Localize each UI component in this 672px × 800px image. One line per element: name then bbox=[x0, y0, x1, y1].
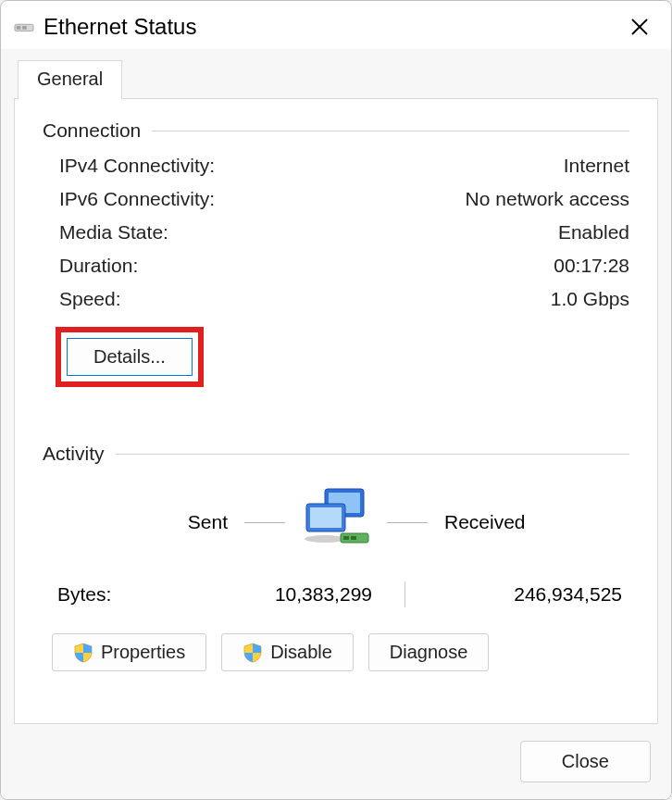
ipv4-label: IPv4 Connectivity: bbox=[59, 155, 215, 177]
svg-rect-12 bbox=[351, 536, 356, 540]
tab-content-general: Connection IPv4 Connectivity: Internet I… bbox=[14, 98, 658, 724]
activity-header: Activity bbox=[43, 443, 629, 465]
media-value: Enabled bbox=[558, 221, 629, 244]
duration-row: Duration: 00:17:28 bbox=[59, 255, 629, 277]
details-highlight: Details... bbox=[56, 327, 204, 387]
properties-label: Properties bbox=[101, 642, 185, 663]
ipv4-row: IPv4 Connectivity: Internet bbox=[59, 155, 629, 177]
svg-rect-1 bbox=[17, 26, 21, 30]
window-close-button[interactable] bbox=[621, 10, 658, 44]
dash bbox=[387, 522, 428, 523]
activity-title: Activity bbox=[43, 443, 105, 465]
window-title: Ethernet Status bbox=[44, 14, 612, 40]
shield-icon bbox=[73, 643, 93, 663]
properties-button[interactable]: Properties bbox=[52, 633, 206, 671]
svg-rect-2 bbox=[22, 26, 27, 30]
speed-label: Speed: bbox=[59, 288, 121, 310]
duration-label: Duration: bbox=[59, 255, 138, 277]
ipv4-value: Internet bbox=[564, 155, 629, 177]
details-button[interactable]: Details... bbox=[67, 338, 193, 376]
activity-section: Activity Sent bbox=[43, 443, 629, 671]
body: General Connection IPv4 Connectivity: In… bbox=[1, 49, 671, 799]
activity-flow: Sent bbox=[43, 478, 629, 578]
bytes-label: Bytes: bbox=[57, 583, 205, 606]
diagnose-label: Diagnose bbox=[390, 642, 468, 663]
sent-label: Sent bbox=[78, 511, 244, 533]
action-buttons: Properties Disable Diagno bbox=[43, 633, 629, 671]
tabs: General bbox=[1, 49, 671, 99]
diagnose-button[interactable]: Diagnose bbox=[368, 633, 490, 671]
network-computers-icon bbox=[285, 485, 387, 559]
shield-icon bbox=[243, 643, 263, 663]
titlebar: Ethernet Status bbox=[1, 1, 671, 49]
dash bbox=[244, 522, 285, 523]
media-label: Media State: bbox=[59, 221, 168, 244]
connection-header: Connection bbox=[43, 119, 629, 142]
ethernet-icon bbox=[14, 19, 34, 35]
media-row: Media State: Enabled bbox=[59, 221, 629, 244]
footer: Close bbox=[1, 737, 671, 799]
close-icon bbox=[630, 18, 649, 36]
speed-value: 1.0 Gbps bbox=[551, 288, 629, 310]
tab-general[interactable]: General bbox=[18, 60, 122, 99]
svg-point-9 bbox=[305, 535, 345, 543]
disable-button[interactable]: Disable bbox=[221, 633, 354, 671]
divider bbox=[116, 454, 629, 455]
connection-title: Connection bbox=[43, 119, 141, 142]
connection-rows: IPv4 Connectivity: Internet IPv6 Connect… bbox=[43, 155, 629, 310]
received-label: Received bbox=[428, 511, 594, 533]
ipv6-label: IPv6 Connectivity: bbox=[59, 188, 215, 210]
ipv6-value: No network access bbox=[466, 188, 629, 210]
close-button[interactable]: Close bbox=[520, 741, 651, 782]
bytes-sent-value: 10,383,299 bbox=[205, 583, 372, 606]
ipv6-row: IPv6 Connectivity: No network access bbox=[59, 188, 629, 210]
svg-rect-11 bbox=[343, 536, 349, 540]
bytes-row: Bytes: 10,383,299 246,934,525 bbox=[43, 578, 629, 633]
speed-row: Speed: 1.0 Gbps bbox=[59, 288, 629, 310]
ethernet-status-window: Ethernet Status General Connection IPv4 … bbox=[0, 0, 672, 800]
bytes-divider bbox=[372, 581, 437, 607]
divider bbox=[152, 131, 629, 131]
details-highlight-box: Details... bbox=[43, 327, 629, 387]
duration-value: 00:17:28 bbox=[554, 255, 629, 277]
disable-label: Disable bbox=[270, 642, 332, 663]
svg-rect-8 bbox=[310, 507, 342, 528]
bytes-received-value: 246,934,525 bbox=[437, 583, 629, 606]
